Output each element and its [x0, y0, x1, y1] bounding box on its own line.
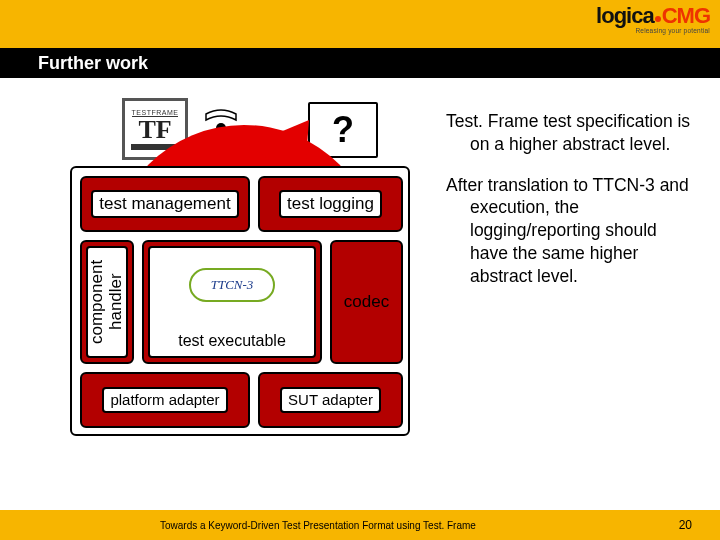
ttcn3-label: TTCN-3 — [211, 278, 254, 293]
logo-wordmark-right: CMG — [662, 6, 710, 26]
testframe-logo-underline — [131, 144, 179, 150]
footer-bar: Towards a Keyword-Driven Test Presentati… — [0, 510, 720, 540]
architecture-diagram: TESTFRAME TF ? — [40, 98, 440, 490]
label-component-handler: component handler — [88, 248, 125, 356]
logo-tagline: Releasing your potential — [635, 27, 710, 34]
box-platform-adapter: platform adapter — [80, 372, 250, 428]
diagram-frame: test management test logging component h… — [70, 166, 410, 436]
box-test-executable: TTCN-3 test executable — [142, 240, 322, 364]
page-number: 20 — [679, 518, 692, 532]
ttcn3-badge: TTCN-3 — [189, 268, 275, 302]
label-codec: codec — [344, 292, 389, 312]
side-text: Test. Frame test specification is on a h… — [446, 110, 696, 305]
side-paragraph-1: Test. Frame test specification is on a h… — [446, 110, 696, 156]
question-mark: ? — [332, 109, 354, 151]
logo-dot-icon — [655, 16, 661, 22]
box-codec: codec — [330, 240, 403, 364]
label-test-logging: test logging — [279, 190, 382, 218]
testframe-logo-tf: TF — [138, 118, 171, 142]
side-paragraph-2: After translation to TTCN-3 and executio… — [446, 174, 696, 288]
label-test-management: test management — [91, 190, 238, 218]
label-platform-adapter: platform adapter — [102, 387, 227, 412]
box-test-logging: test logging — [258, 176, 403, 232]
label-test-executable: test executable — [178, 332, 286, 350]
logo-row: logica CMG — [596, 6, 710, 26]
label-sut-adapter: SUT adapter — [280, 387, 381, 412]
content-area: Test. Frame test specification is on a h… — [0, 90, 720, 500]
slide-title: Further work — [38, 53, 148, 74]
box-sut-adapter: SUT adapter — [258, 372, 403, 428]
box-test-management: test management — [80, 176, 250, 232]
testframe-logo: TESTFRAME TF — [122, 98, 188, 160]
slide: logica CMG Releasing your potential Furt… — [0, 0, 720, 540]
question-box: ? — [308, 102, 378, 158]
slide-title-bar: Further work — [0, 48, 720, 78]
reader-icon — [198, 106, 244, 156]
box-component-handler: component handler — [80, 240, 134, 364]
logo-wordmark-left: logica — [596, 6, 654, 26]
footer-caption: Towards a Keyword-Driven Test Presentati… — [160, 520, 476, 531]
brand-logo: logica CMG Releasing your potential — [596, 6, 710, 34]
